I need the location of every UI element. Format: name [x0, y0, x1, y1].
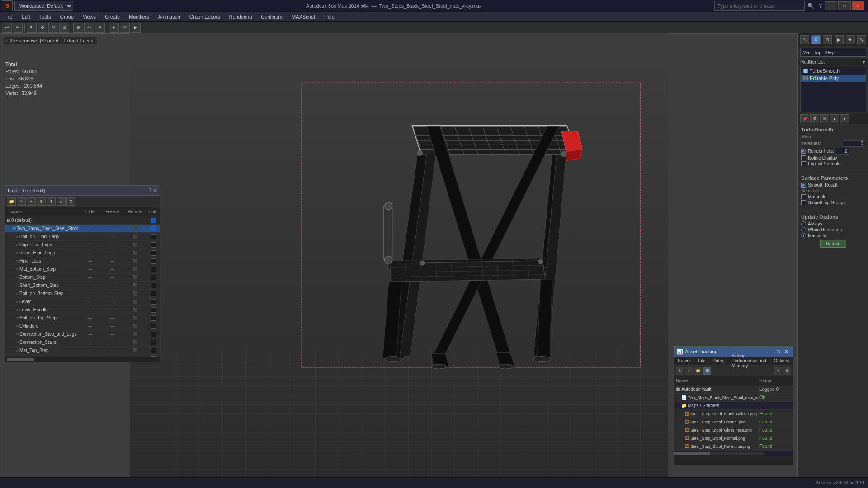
menu-graph-editors[interactable]: Graph Editors	[185, 12, 225, 21]
asset-row-maxfile[interactable]: 📄 Two_Steps_Black_Steel_Stool_max_vray.m…	[674, 394, 793, 402]
layer-select-button[interactable]: ◇	[57, 197, 66, 206]
menu-configure[interactable]: Configure	[256, 12, 287, 21]
help-icon[interactable]: ?	[819, 3, 822, 9]
layer-row-bolt-bottom[interactable]: ○ Bolt_on_Bottom_Step ——⬛	[5, 290, 160, 298]
smoothing-groups-checkbox[interactable]	[801, 200, 806, 205]
menu-animation[interactable]: Animation	[154, 12, 185, 21]
menu-tools[interactable]: Tools	[35, 12, 56, 21]
redo-button[interactable]: ↪	[13, 23, 23, 33]
layers-scrollbar-thumb[interactable]	[7, 358, 34, 361]
scale-button[interactable]: ⊡	[59, 23, 69, 33]
asset-row-img2[interactable]: 🖼 Steel_Step_Stool_Fresnel.png Found	[674, 418, 793, 426]
layer-row-lever-handle[interactable]: ○ Lever_Handle ——⬛	[5, 306, 160, 314]
rotate-button[interactable]: ↻	[48, 23, 58, 33]
mod-up-button[interactable]: ▲	[830, 114, 839, 123]
layer-row-mat-bottom[interactable]: ○ Mat_Bottom_Step ——⬛	[5, 265, 160, 273]
modifier-list-dropdown-icon[interactable]: ▼	[862, 60, 866, 65]
menu-views[interactable]: Views	[78, 12, 100, 21]
layer-row-connection-step[interactable]: ○ Connection_Step_and_Legs ——⬛	[5, 330, 160, 338]
ts-isoline-checkbox[interactable]	[801, 155, 806, 160]
asset-refresh-button[interactable]: ↻	[676, 367, 684, 375]
update-button[interactable]: Update	[820, 240, 846, 248]
layers-horizontal-scrollbar[interactable]	[5, 357, 160, 362]
rpanel-create-icon[interactable]: 🔨	[800, 35, 809, 44]
asset-row-img1[interactable]: 🖼 Steel_Step_Stool_Black_Diffuse.png Fou…	[674, 410, 793, 418]
layer-row-two-steps[interactable]: ⊟ Two_Steps_Black_Steel_Stool — — ⬛	[5, 225, 160, 233]
layer-row-shaft-bottom[interactable]: ○ Shaft_Bottom_Step ——⬛	[5, 282, 160, 290]
ts-iter-input[interactable]	[843, 140, 865, 147]
asset-row-img5[interactable]: 🖼 Steel_Step_Stool_Reflection.png Found	[674, 442, 793, 450]
layers-close-button[interactable]: ✕	[153, 188, 157, 193]
layer-options-button[interactable]: ⚙	[66, 197, 75, 206]
select-button[interactable]: ↖	[27, 23, 37, 33]
search-input[interactable]	[714, 1, 805, 11]
rpanel-utilities-icon[interactable]: 🔧	[857, 35, 866, 44]
rpanel-modify-icon[interactable]: ⚙	[811, 35, 821, 44]
layer-new-button[interactable]: 📁	[7, 197, 16, 206]
layer-color-two-steps[interactable]	[151, 226, 156, 231]
mod-configure-button[interactable]: ⚙	[810, 114, 819, 123]
mod-item-turbosmooth[interactable]: TurboSmooth	[801, 67, 866, 75]
asset-check-button[interactable]: ✓	[685, 367, 693, 375]
render-setup-button[interactable]: ⚙	[120, 23, 130, 33]
ts-explicit-checkbox[interactable]	[801, 161, 806, 166]
layer-sort-button[interactable]: ⬇	[47, 197, 56, 206]
asset-menu-file[interactable]: File	[694, 357, 709, 365]
layer-delete-button[interactable]: ✕	[17, 197, 26, 206]
snap-button[interactable]: ⊕	[73, 23, 83, 33]
layers-help-button[interactable]: ?	[149, 188, 151, 193]
always-radio[interactable]	[801, 221, 806, 226]
object-name-field[interactable]	[800, 48, 866, 57]
asset-settings-button[interactable]: ⚙	[783, 367, 791, 375]
layer-row-cap-hind[interactable]: ○ Cap_Hind_Legs ——⬛	[5, 241, 160, 249]
layer-row-bolt-top[interactable]: ○ Bolt_on_Top_Step ——⬛	[5, 314, 160, 322]
menu-edit[interactable]: Edit	[17, 12, 35, 21]
menu-rendering[interactable]: Rendering	[225, 12, 257, 21]
close-button[interactable]: ✕	[852, 1, 864, 10]
workspace-dropdown[interactable]: Workspace: Default	[14, 1, 73, 11]
asset-row-vault[interactable]: 🏛 Autodesk Vault Logged O	[674, 385, 793, 394]
layer-row-default[interactable]: ⊟ 0 (default)	[5, 216, 160, 225]
menu-group[interactable]: Group	[55, 12, 78, 21]
asset-view-button[interactable]: ☰	[703, 367, 711, 375]
rpanel-display-icon[interactable]: 👁	[846, 35, 855, 44]
layers-panel-titlebar[interactable]: Layer: 0 (default) ? ✕	[5, 186, 160, 196]
menu-create[interactable]: Create	[100, 12, 124, 21]
layer-move-button[interactable]: ⬆	[37, 197, 46, 206]
minimize-button[interactable]: —	[825, 1, 837, 10]
asset-row-img4[interactable]: 🖼 Steel_Step_Stool_Normal.png Found	[674, 434, 793, 442]
menu-modifiers[interactable]: Modifiers	[124, 12, 154, 21]
layer-row-handle[interactable]: ○ Handle ——⬛	[5, 355, 160, 357]
menu-maxscript[interactable]: MAXScript	[287, 12, 320, 21]
menu-file[interactable]: File	[0, 12, 17, 21]
asset-scrollbar-thumb[interactable]	[674, 452, 710, 455]
manually-radio[interactable]	[801, 233, 806, 238]
asset-menu-bitmap[interactable]: Bitmap Performance and Memory	[728, 357, 770, 365]
layer-row-connection-stairs[interactable]: ○ Connection_Stairs ——⬛	[5, 338, 160, 347]
align-button[interactable]: ≡	[95, 23, 105, 33]
ts-render-iters-checkbox[interactable]	[801, 149, 806, 154]
material-editor-button[interactable]: ♦	[109, 23, 119, 33]
layer-row-lever[interactable]: ○ Lever ——⬛	[5, 298, 160, 306]
rpanel-hierarchy-icon[interactable]: ⊟	[823, 35, 832, 44]
move-button[interactable]: ✛	[38, 23, 47, 33]
layer-row-bottom-step[interactable]: ○ Bottom_Step ——⬛	[5, 273, 160, 282]
smooth-result-checkbox[interactable]	[801, 183, 806, 188]
layer-row-cylinders[interactable]: ○ Cylinders ——⬛	[5, 322, 160, 330]
asset-row-maps[interactable]: 📁 Maps / Shaders	[674, 402, 793, 410]
asset-minimize-button[interactable]: —	[765, 349, 774, 355]
render-button[interactable]: ▶	[131, 23, 141, 33]
maximize-button[interactable]: □	[838, 1, 851, 10]
layer-row-insert-hind[interactable]: ○ Insert_Hind_Legs ——⬛	[5, 249, 160, 257]
mirror-button[interactable]: ⇔	[84, 23, 94, 33]
mod-delete-button[interactable]: ✕	[820, 114, 829, 123]
mod-pin-button[interactable]: 📌	[800, 114, 809, 123]
menu-help[interactable]: Help	[320, 12, 339, 21]
asset-close-button[interactable]: ✕	[783, 349, 790, 355]
materials-checkbox[interactable]	[801, 194, 806, 199]
ts-render-iters-input[interactable]	[836, 148, 849, 155]
asset-horizontal-scrollbar[interactable]	[674, 450, 793, 456]
undo-button[interactable]: ↩	[2, 23, 12, 33]
layer-row-mat-top[interactable]: ○ Mat_Top_Step ——⬛	[5, 347, 160, 355]
asset-maximize-button[interactable]: □	[775, 349, 782, 355]
